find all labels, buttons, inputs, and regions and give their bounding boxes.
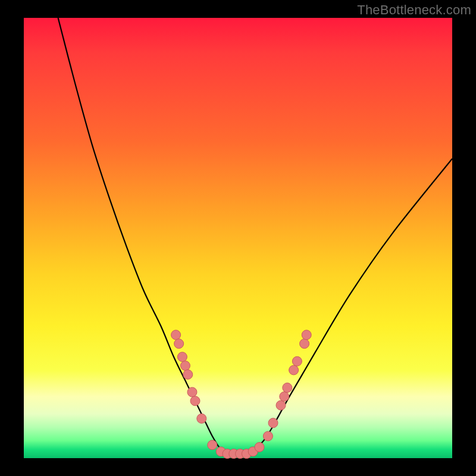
marker-dot [302,330,311,340]
marker-dot [255,443,264,452]
marker-dot [180,361,190,371]
marker-dot [177,352,187,362]
marker-dot [263,431,273,441]
marker-dot [300,339,309,349]
marker-dot [280,392,289,401]
chart-frame: TheBottleneck.com [0,0,476,476]
marker-dot [197,414,206,423]
marker-dot [187,387,197,397]
watermark-text: TheBottleneck.com [357,2,471,18]
marker-dot [276,400,286,410]
plot-area [24,18,452,458]
marker-dot [174,339,184,349]
marker-dot [268,418,278,428]
marker-dot [183,369,193,379]
marker-dot [283,383,292,393]
marker-dot [289,365,299,375]
bottleneck-curve [58,18,452,454]
marker-dot [190,396,200,406]
curve-svg [24,18,452,458]
marker-dot [292,356,302,366]
marker-dot [208,440,217,450]
marker-dot [171,330,181,340]
